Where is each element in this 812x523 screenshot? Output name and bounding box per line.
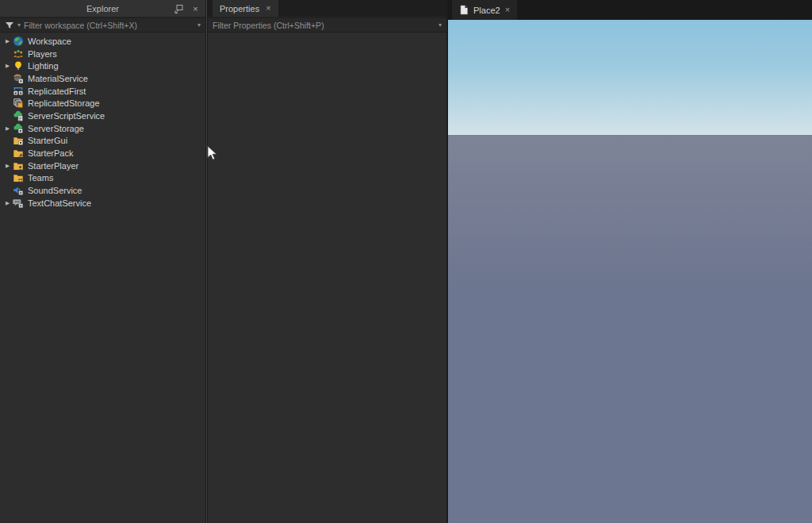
properties-filter-bar: ▾: [208, 17, 446, 33]
tree-item-label: StarterPack: [28, 148, 73, 158]
close-tab-icon[interactable]: ×: [266, 4, 270, 13]
replicated-storage-icon: [13, 98, 24, 109]
viewport-panel: Place2 ×: [448, 0, 812, 523]
tab-properties[interactable]: Properties ×: [213, 0, 278, 17]
starter-gui-icon: [13, 135, 24, 146]
place-file-icon: [459, 5, 469, 15]
explorer-tree-item[interactable]: ▶ ReplicatedStorage: [0, 97, 205, 110]
properties-tab-label: Properties: [220, 4, 259, 13]
explorer-header: Explorer ×: [0, 0, 205, 17]
properties-tabbar: Properties ×: [208, 0, 446, 17]
material-service-icon: [13, 73, 24, 84]
3d-viewport[interactable]: [448, 20, 812, 523]
explorer-tree-item[interactable]: ▶ ReplicatedFirst: [0, 85, 205, 98]
lighting-bulb-icon: [13, 60, 24, 71]
tree-item-label: Teams: [28, 173, 53, 183]
undock-panel-icon[interactable]: [173, 4, 183, 14]
filter-mode-caret-icon[interactable]: ▾: [17, 22, 21, 29]
place-tab-label: Place2: [473, 6, 500, 15]
explorer-filter-bar: ▾ ▾: [0, 17, 205, 33]
explorer-tree-item[interactable]: ▶ SoundService: [0, 184, 205, 197]
sound-service-icon: [13, 185, 24, 196]
explorer-tree-item[interactable]: ▶ Lighting: [0, 60, 205, 72]
explorer-tree-item[interactable]: ▶ StarterPack: [0, 147, 205, 160]
replicated-first-icon: [13, 86, 24, 97]
server-storage-icon: [13, 123, 24, 134]
explorer-filter-dropdown-icon[interactable]: ▾: [197, 22, 201, 29]
explorer-tree-item[interactable]: ▶ StarterGui: [0, 135, 205, 148]
tree-item-label: StarterPlayer: [28, 161, 79, 171]
tree-item-label: Players: [28, 49, 57, 59]
server-script-service-icon: [13, 110, 24, 121]
players-icon: [13, 48, 24, 60]
explorer-tree-item[interactable]: ▶ ServerStorage: [0, 122, 205, 135]
text-chat-service-icon: [13, 198, 24, 209]
baseplate-ground: [448, 135, 812, 523]
expand-arrow-icon[interactable]: ▶: [2, 200, 13, 206]
document-tabbar: Place2 ×: [448, 0, 812, 20]
tree-item-label: ReplicatedFirst: [28, 87, 86, 96]
sky: [448, 20, 812, 135]
properties-filter-dropdown-icon[interactable]: ▾: [439, 22, 442, 29]
starter-player-icon: [13, 160, 24, 171]
starter-pack-icon: [13, 148, 24, 159]
filter-funnel-icon[interactable]: [5, 21, 14, 30]
workspace-globe-icon: [13, 36, 24, 47]
tab-place2[interactable]: Place2 ×: [452, 0, 517, 20]
expand-arrow-icon[interactable]: ▶: [2, 38, 13, 44]
tree-item-label: TextChatService: [28, 198, 91, 208]
explorer-tree-item[interactable]: ▶ TextChatService: [0, 197, 205, 210]
explorer-tree-item[interactable]: ▶ Workspace: [0, 35, 205, 48]
tree-item-label: Workspace: [28, 37, 71, 46]
properties-panel: Properties × ▾: [208, 0, 446, 523]
close-tab-icon[interactable]: ×: [505, 6, 510, 14]
tree-item-label: ReplicatedStorage: [28, 98, 100, 108]
expand-arrow-icon[interactable]: ▶: [2, 63, 13, 69]
mouse-cursor: [207, 145, 218, 161]
tree-item-label: StarterGui: [28, 136, 67, 145]
close-panel-icon[interactable]: ×: [190, 4, 201, 14]
explorer-filter-input[interactable]: [24, 21, 194, 30]
explorer-tree-item[interactable]: ▶ Teams: [0, 172, 205, 185]
tree-item-label: ServerScriptService: [28, 111, 105, 121]
explorer-tree-item[interactable]: ▶ StarterPlayer: [0, 160, 205, 172]
tree-item-label: MaterialService: [28, 74, 88, 83]
baseplate-grid: [448, 147, 812, 523]
explorer-tree-item[interactable]: ▶ ServerScriptService: [0, 110, 205, 122]
explorer-tree-item[interactable]: ▶ Players: [0, 48, 205, 60]
tree-item-label: ServerStorage: [28, 124, 84, 133]
explorer-panel: Explorer × ▾ ▾ ▶ Workspace: [0, 0, 205, 523]
properties-filter-input[interactable]: [213, 21, 435, 30]
explorer-header-buttons: ×: [173, 0, 201, 17]
expand-arrow-icon[interactable]: ▶: [2, 125, 13, 132]
expand-arrow-icon[interactable]: ▶: [2, 163, 13, 169]
teams-icon: [13, 172, 24, 183]
tree-item-label: SoundService: [28, 186, 82, 195]
explorer-tree: ▶ Workspace ▶ Players ▶ Lighting ▶ Mater…: [0, 35, 205, 210]
explorer-tree-item[interactable]: ▶ MaterialService: [0, 72, 205, 85]
roblox-studio-window: Explorer × ▾ ▾ ▶ Workspace: [0, 0, 812, 523]
tree-item-label: Lighting: [28, 61, 59, 71]
properties-empty-body: [208, 33, 446, 523]
